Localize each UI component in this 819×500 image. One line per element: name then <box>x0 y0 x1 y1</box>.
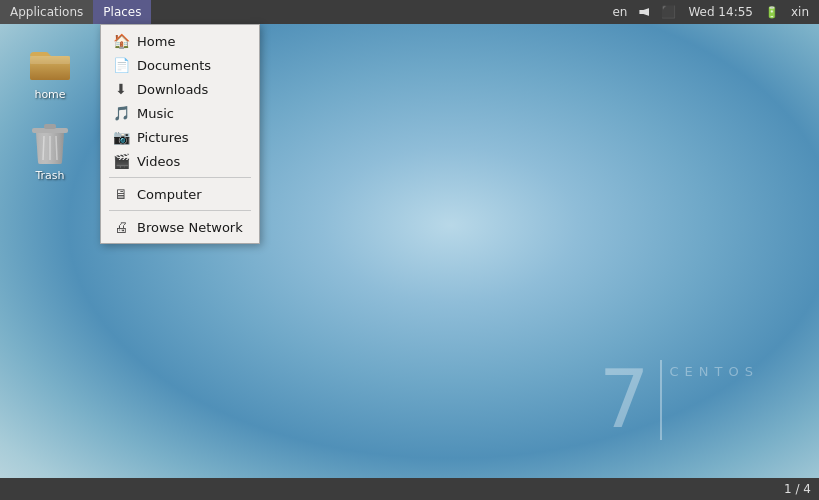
menu-item-computer-label: Computer <box>137 187 202 202</box>
centos-version-number: 7 <box>599 360 662 440</box>
menu-separator-2 <box>109 210 251 211</box>
places-dropdown-menu: 🏠 Home 📄 Documents ⬇ Downloads 🎵 Music 📷… <box>100 24 260 244</box>
home-icon-label: home <box>34 88 65 101</box>
desktop-icon-trash[interactable]: Trash <box>10 115 90 186</box>
status-bar: 1 / 4 <box>0 478 819 500</box>
pictures-menu-icon: 📷 <box>113 129 129 145</box>
speaker-icon <box>639 8 649 16</box>
applications-menu-button[interactable]: Applications <box>0 0 93 24</box>
display-button[interactable]: ⬛ <box>657 0 680 24</box>
menu-item-music-label: Music <box>137 106 174 121</box>
menu-item-downloads-label: Downloads <box>137 82 208 97</box>
computer-menu-icon: 🖥 <box>113 186 129 202</box>
network-menu-icon: 🖨 <box>113 219 129 235</box>
top-panel: Applications Places en ⬛ Wed 14:55 🔋 xin <box>0 0 819 24</box>
trash-icon-label: Trash <box>35 169 64 182</box>
menu-item-pictures-label: Pictures <box>137 130 188 145</box>
menu-separator-1 <box>109 177 251 178</box>
music-menu-icon: 🎵 <box>113 105 129 121</box>
menu-item-home-label: Home <box>137 34 175 49</box>
menu-item-pictures[interactable]: 📷 Pictures <box>101 125 259 149</box>
menu-item-videos-label: Videos <box>137 154 180 169</box>
pager-indicator: 1 / 4 <box>784 482 811 496</box>
downloads-menu-icon: ⬇ <box>113 81 129 97</box>
battery-icon-button[interactable]: 🔋 <box>761 0 783 24</box>
desktop-icons-area: home <box>10 34 90 186</box>
menu-item-downloads[interactable]: ⬇ Downloads <box>101 77 259 101</box>
home-menu-icon: 🏠 <box>113 33 129 49</box>
desktop-icon-home[interactable]: home <box>10 34 90 105</box>
svg-line-5 <box>43 136 44 160</box>
menu-item-documents[interactable]: 📄 Documents <box>101 53 259 77</box>
user-menu-button[interactable]: xin <box>787 0 813 24</box>
svg-rect-4 <box>44 124 56 129</box>
svg-rect-2 <box>30 56 70 64</box>
display-icon: ⬛ <box>661 5 676 19</box>
centos-brand-text: CENTOS <box>670 364 759 379</box>
menu-item-computer[interactable]: 🖥 Computer <box>101 182 259 206</box>
home-folder-icon <box>26 38 74 86</box>
menu-item-music[interactable]: 🎵 Music <box>101 101 259 125</box>
battery-icon: 🔋 <box>765 6 779 19</box>
panel-left: Applications Places <box>0 0 151 24</box>
menu-item-browse-network[interactable]: 🖨 Browse Network <box>101 215 259 239</box>
menu-item-browse-network-label: Browse Network <box>137 220 243 235</box>
clock[interactable]: Wed 14:55 <box>684 0 757 24</box>
volume-button[interactable] <box>635 0 653 24</box>
svg-line-7 <box>56 136 57 160</box>
places-menu-button[interactable]: Places <box>93 0 151 24</box>
centos-watermark: 7 CENTOS <box>599 360 759 440</box>
menu-item-home[interactable]: 🏠 Home <box>101 29 259 53</box>
panel-right: en ⬛ Wed 14:55 🔋 xin <box>608 0 819 24</box>
menu-item-videos[interactable]: 🎬 Videos <box>101 149 259 173</box>
documents-menu-icon: 📄 <box>113 57 129 73</box>
menu-item-documents-label: Documents <box>137 58 211 73</box>
videos-menu-icon: 🎬 <box>113 153 129 169</box>
trash-icon <box>26 119 74 167</box>
locale-indicator[interactable]: en <box>608 0 631 24</box>
